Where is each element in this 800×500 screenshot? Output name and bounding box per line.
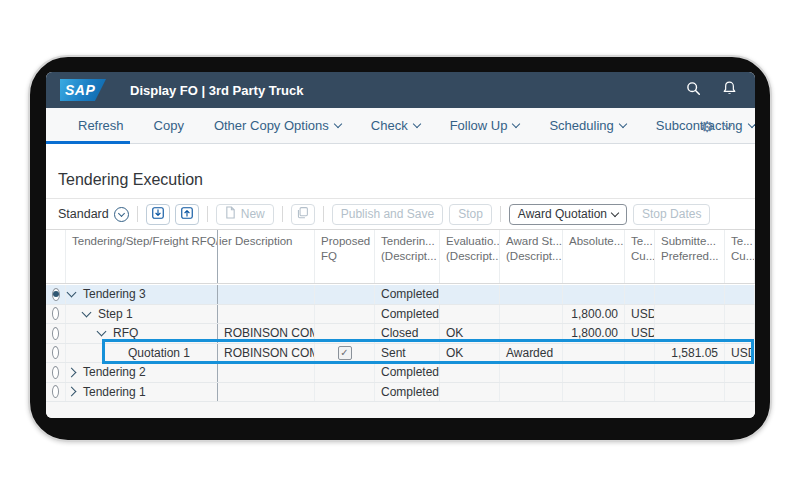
- menu-item-label: Follow Up: [450, 118, 508, 133]
- expand-all-button[interactable]: [146, 204, 170, 225]
- header-cell-submitted[interactable]: Submitte...Preferred...: [655, 230, 725, 283]
- tree-expander-icon[interactable]: [97, 327, 107, 337]
- copy-icon: [296, 206, 309, 222]
- header-cell-proposed-fq[interactable]: ProposedFQ: [315, 230, 375, 283]
- cell-text: 1,800.00: [571, 326, 618, 340]
- tree-node-label: Quotation 1: [128, 346, 190, 360]
- header-cell-currency2[interactable]: Te...Cu...: [725, 230, 755, 283]
- table-row-quotation-1[interactable]: Quotation 1ROBINSON COM...✓SentOKAwarded…: [46, 344, 755, 364]
- header-cell-absolute[interactable]: Absolute...: [563, 230, 625, 283]
- cell-proposed-fq: [315, 363, 375, 382]
- tree-expander-icon[interactable]: [67, 288, 77, 298]
- cell-description: [218, 363, 315, 382]
- cell-text: 1,581.05: [671, 346, 718, 360]
- cell-text: USD: [631, 307, 655, 321]
- menu-item-other-copy-options[interactable]: Other Copy Options: [199, 108, 356, 143]
- cell-text: Completed: [381, 307, 439, 321]
- sap-logo: SAP: [60, 79, 106, 101]
- gear-icon[interactable]: ⚙: [701, 119, 714, 134]
- tree-expander-icon[interactable]: [67, 387, 77, 397]
- cell-tree: Tendering 2: [66, 363, 218, 382]
- notifications-bell-icon[interactable]: [722, 80, 737, 100]
- cell-radio: [46, 305, 66, 324]
- toolbar-divider: [282, 206, 283, 222]
- cell-tendering-status: Completed: [375, 383, 440, 402]
- cell-tree: Tendering 3: [66, 285, 218, 304]
- cell-description: ROBINSON COM...: [218, 324, 315, 343]
- menu-item-label: Other Copy Options: [214, 118, 329, 133]
- cell-text: OK: [446, 326, 463, 340]
- header-cell-evaluation[interactable]: Evaluatio...(Descript...: [440, 230, 500, 283]
- cell-evaluation: [440, 383, 500, 402]
- cell-absolute: [563, 344, 625, 363]
- tree-expander-icon[interactable]: [82, 307, 92, 317]
- table-settings-group[interactable]: ⚙: [701, 108, 731, 144]
- cell-tree: RFQ: [66, 324, 218, 343]
- row-select-radio[interactable]: [52, 366, 59, 379]
- table-header-row: Tendering/Step/Freight RFQ/...ier Descri…: [46, 229, 755, 284]
- header-label: Preferred...: [661, 249, 720, 264]
- action-menu-bar: RefreshCopyOther Copy OptionsCheckFollow…: [46, 108, 755, 144]
- row-select-radio[interactable]: [52, 346, 59, 359]
- cell-submitted: 1,581.05: [655, 344, 725, 363]
- header-cell-description[interactable]: ier Description: [218, 230, 315, 283]
- header-label: Proposed: [321, 234, 370, 249]
- cell-text: USD: [631, 326, 655, 340]
- table-toolbar: Standard: [46, 199, 755, 229]
- menu-item-copy[interactable]: Copy: [139, 108, 199, 143]
- row-select-radio[interactable]: [52, 307, 59, 320]
- collapse-all-button[interactable]: [175, 204, 199, 225]
- chevron-down-icon: [334, 120, 342, 128]
- table-row-tendering-1[interactable]: Tendering 1Completed: [46, 383, 755, 403]
- cell-currency2: USD: [725, 344, 755, 363]
- view-selector[interactable]: Standard: [58, 207, 129, 222]
- table-row-rfq[interactable]: RFQROBINSON COM...ClosedOK1,800.00USD: [46, 324, 755, 344]
- tree-expander-icon[interactable]: [67, 367, 77, 377]
- header-label: Submitte...: [661, 234, 720, 249]
- page-title: Tendering Execution: [58, 171, 203, 189]
- cell-award-status: [500, 285, 563, 304]
- cell-evaluation: [440, 363, 500, 382]
- cell-proposed-fq: [315, 285, 375, 304]
- cell-proposed-fq: ✓: [315, 344, 375, 363]
- search-icon[interactable]: [686, 81, 701, 100]
- cell-currency2: [725, 324, 755, 343]
- header-label: ier Description: [219, 234, 310, 249]
- header-label: Te...: [731, 234, 750, 249]
- menu-item-check[interactable]: Check: [356, 108, 435, 143]
- active-menu-underline: [46, 141, 130, 144]
- cell-radio: [46, 324, 66, 343]
- tree-node-label: Tendering 3: [83, 287, 146, 301]
- table-row-step-1[interactable]: Step 1Completed1,800.00USD: [46, 305, 755, 325]
- menu-item-subcontracting[interactable]: Subcontracting: [641, 108, 755, 143]
- header-label: Cu...: [631, 249, 650, 264]
- header-cell-currency1[interactable]: Te...Cu...: [625, 230, 655, 283]
- header-cell-tendering-status[interactable]: Tenderin...(Descript...: [375, 230, 440, 283]
- cell-text: OK: [446, 346, 463, 360]
- cell-text: Completed: [381, 287, 439, 301]
- menu-item-label: Scheduling: [549, 118, 613, 133]
- row-select-radio[interactable]: [52, 288, 60, 301]
- cell-evaluation: [440, 285, 500, 304]
- menu-item-follow-up[interactable]: Follow Up: [435, 108, 535, 143]
- cell-tree: Step 1: [66, 305, 218, 324]
- chevron-down-icon: [412, 120, 420, 128]
- shell-header: SAP Display FO | 3rd Party Truck: [46, 72, 755, 108]
- cell-evaluation: OK: [440, 344, 500, 363]
- cell-text: Awarded: [506, 346, 553, 360]
- table-row-tendering-2[interactable]: Tendering 2Completed: [46, 363, 755, 383]
- chevron-down-icon: [611, 208, 619, 216]
- row-select-radio[interactable]: [52, 327, 59, 340]
- cell-radio: [46, 285, 66, 304]
- header-cell-award-status[interactable]: Award St...(Descript...: [500, 230, 563, 283]
- menu-item-refresh[interactable]: Refresh: [63, 108, 139, 143]
- header-cell-tree[interactable]: Tendering/Step/Freight RFQ/...: [66, 230, 218, 283]
- tree-node-label: Tendering 2: [83, 365, 146, 379]
- cell-text: 1,800.00: [571, 307, 618, 321]
- award-quotation-button[interactable]: Award Quotation: [509, 204, 627, 225]
- copy-row-button: [291, 204, 315, 225]
- publish-and-save-button: Publish and Save: [332, 204, 443, 225]
- menu-item-scheduling[interactable]: Scheduling: [534, 108, 640, 143]
- row-select-radio[interactable]: [52, 385, 59, 398]
- table-row-tendering-3[interactable]: Tendering 3Completed: [46, 285, 755, 305]
